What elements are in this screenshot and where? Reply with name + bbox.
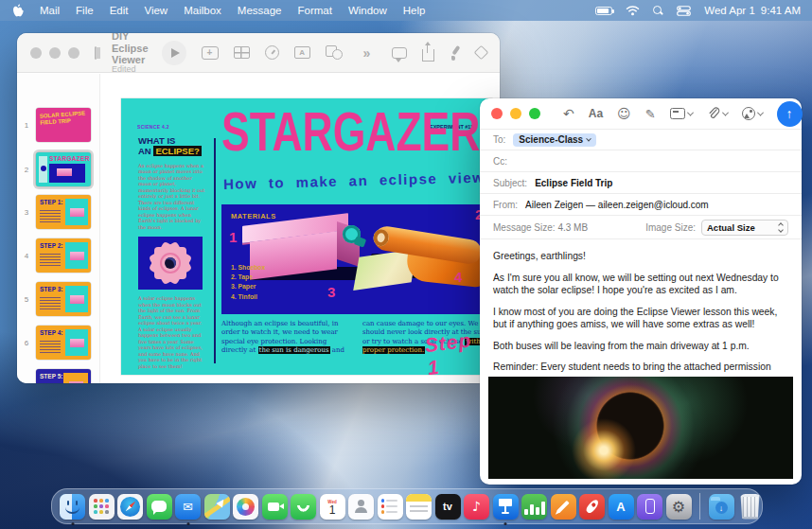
dock-finder[interactable] [60,494,85,520]
mail-toolbar: ↶ Aa ☺ ✎ ↑ [480,98,802,129]
insert-media-button[interactable] [742,107,763,120]
menu-item[interactable]: Message [238,5,282,16]
wifi-icon[interactable] [626,5,640,16]
menu-item[interactable]: View [144,5,168,16]
dock-maps[interactable] [204,494,230,520]
dock-safari[interactable] [117,494,143,520]
mail-icon: ✉ [175,494,201,520]
dock-apple-tv[interactable]: tv [435,494,461,520]
dock-launchpad[interactable] [89,494,115,520]
close-button[interactable] [30,47,42,59]
battery-icon[interactable] [595,7,612,15]
dock-system-settings[interactable]: ⚙ [666,494,692,520]
shape-icon[interactable] [326,45,343,60]
chart-icon[interactable] [265,45,279,60]
format-brush-icon[interactable] [450,45,463,61]
running-indicator [71,522,74,525]
dock-app-store[interactable]: A [609,494,634,520]
dock-reminders[interactable] [378,494,403,520]
search-icon[interactable] [653,6,663,16]
more-tools-icon[interactable]: » [358,44,377,62]
control-center-icon[interactable] [677,6,691,16]
dock-iphone-mirroring[interactable] [637,494,662,520]
dock: ✉ Wed1 [51,488,763,524]
phone-icon [291,494,316,520]
share-icon[interactable] [422,49,434,62]
menu-item[interactable]: Mail [40,5,60,16]
slide-thumbnail-6[interactable]: 6 STEP 4: [17,326,100,360]
pages-icon [551,494,576,520]
emoji-icon[interactable]: ☺ [617,106,631,121]
materials-list-item: 1. Shoebox [231,263,265,273]
dock-messages[interactable] [147,494,172,520]
dock-keynote[interactable] [493,494,519,520]
maps-icon [204,494,230,520]
attach-button[interactable] [707,107,728,120]
markup-icon[interactable]: ✎ [645,107,656,121]
cc-field[interactable]: Cc: [480,150,802,172]
add-slide-button[interactable]: + [202,46,219,60]
eclipse-highlight: ECLIPSE? [153,146,201,156]
zoom-button[interactable] [68,47,79,59]
from-field[interactable]: From: Aileen Zeigen — aileen.zeigen@iclo… [480,194,802,216]
menu-item[interactable]: Format [297,5,331,16]
animate-icon[interactable] [473,45,488,61]
menu-item[interactable]: File [76,5,94,16]
dock-downloads[interactable]: ↓ [709,494,734,520]
facetime-icon [262,494,288,520]
slide-thumbnail-3[interactable]: 3 STEP 1: [17,195,100,229]
header-fields-button[interactable] [670,108,693,119]
apple-tv-icon: tv [435,494,461,520]
close-button[interactable] [491,108,503,119]
dock-notes[interactable] [406,494,432,520]
zoom-button[interactable] [529,108,540,119]
sidebar-toggle-icon[interactable] [95,46,97,60]
format-button[interactable]: Aa [589,107,603,120]
minimize-button[interactable] [49,47,61,59]
running-indicator [186,522,189,525]
slide-thumbnail-1[interactable]: 1 SOLAR ECLIPSE FIELD TRIP [17,108,100,142]
dock-photos[interactable] [233,494,258,520]
menu-item[interactable]: Mailbox [184,5,221,16]
slide-navigator: 1 SOLAR ECLIPSE FIELD TRIP 2 STARGAZER 3… [17,74,100,383]
dock-rocket-app[interactable] [579,494,605,520]
danger-highlight: the sun is dangerous [258,346,330,354]
play-button[interactable] [162,41,186,65]
slide-thumbnail-2-selected[interactable]: 2 STARGAZER [17,150,100,189]
message-body[interactable]: Greetings, earthlings!As I'm sure you al… [480,240,802,375]
image-size-select[interactable]: Actual Size [701,220,788,236]
keynote-window: DIY Eclipse Viewer Edited + A » [17,33,500,383]
slide-thumbnail-7[interactable]: 7 STEP 5: [17,369,100,383]
dock-mail[interactable]: ✉ [175,494,201,520]
diagram-number-4: 4 [454,269,462,285]
dock-pages[interactable] [551,494,576,520]
text-box-icon[interactable]: A [294,46,310,59]
size-row: Message Size: 4.3 MB Image Size: Actual … [480,216,802,239]
dock-numbers[interactable] [521,494,547,520]
materials-list: 1. Shoebox2. Tape3. Paper4. Tinfoil [231,263,265,302]
eclipse-photo-attachment[interactable] [488,377,793,479]
slide-thumbnail-4[interactable]: 4 STEP 2: [17,238,100,273]
table-icon[interactable] [234,46,250,59]
comment-icon[interactable] [392,47,407,59]
cc-label: Cc: [493,156,507,167]
dock-calendar[interactable]: Wed1 [320,494,345,520]
dock-contacts[interactable] [348,494,374,520]
slide-thumbnail-5[interactable]: 5 STEP 3: [17,282,100,316]
dock-phone[interactable] [291,494,316,520]
subject-field[interactable]: Subject: Eclipse Field Trip [480,172,802,194]
to-field[interactable]: To: Science-Class [480,129,802,150]
dock-facetime[interactable] [262,494,288,520]
menu-item[interactable]: Window [348,5,387,16]
undo-icon[interactable]: ↶ [563,106,574,121]
menu-bar-clock[interactable]: Wed Apr 1 9:41 AM [704,5,801,16]
menu-item[interactable]: Help [403,5,426,16]
recipient-token[interactable]: Science-Class [513,133,596,147]
body-paragraph: As I'm sure you all know, we will be set… [493,272,788,297]
apple-menu-icon[interactable] [11,4,24,18]
menu-item[interactable]: Edit [110,5,129,16]
dock-trash[interactable] [737,494,763,520]
send-button[interactable]: ↑ [777,101,803,127]
minimize-button[interactable] [510,108,521,119]
dock-music[interactable]: ♪ [464,494,489,520]
